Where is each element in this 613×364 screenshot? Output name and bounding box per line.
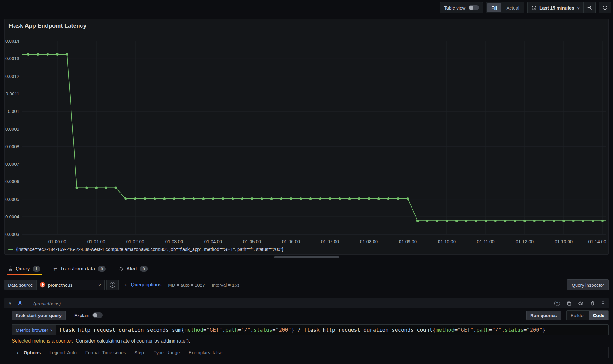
svg-text:01:01:00: 01:01:00 [87,239,105,244]
time-range-picker[interactable]: Last 15 minutes ∨ [527,2,584,13]
tab-transform-badge: 0 [98,266,106,272]
legend-series-label: {instance="ec2-184-169-216-224.us-west-1… [16,247,284,252]
grafana-panel-editor: { "toolbar": { "table_view_label": "Tabl… [0,0,613,364]
datasource-help-button[interactable]: ? [106,280,119,290]
time-range-label: Last 15 minutes [539,5,574,10]
table-view-label: Table view [444,5,465,10]
collapse-chevron-icon[interactable]: ∨ [9,301,12,305]
duplicate-query-icon[interactable] [566,301,572,306]
refresh-button[interactable] [599,2,611,13]
explain-toggle[interactable] [92,312,103,318]
query-ref-row: ∨ A (prometheus) ? [4,298,609,308]
query-options-link[interactable]: Query options [131,282,162,288]
builder-code-segmented: Builder Code [566,310,609,320]
svg-text:01:08:00: 01:08:00 [360,239,378,244]
bell-icon [119,266,124,271]
svg-text:01:06:00: 01:06:00 [282,239,300,244]
chevron-right-icon: › [17,350,19,355]
code-button[interactable]: Code [589,311,609,320]
fill-button[interactable]: Fill [487,3,501,12]
options-summary-items: Legend: AutoFormat: Time seriesStep:Type… [49,350,222,355]
query-code-row: Metrics browser › flask_http_request_dur… [12,324,609,335]
options-label: Options [24,350,41,355]
add-rate-link[interactable]: Consider calculating rate of counter by … [76,338,190,344]
tab-alert-label: Alert [126,266,137,272]
svg-text:01:12:00: 01:12:00 [516,239,534,244]
actual-button[interactable]: Actual [502,3,523,12]
zoom-out-icon [587,5,592,10]
query-ref-id[interactable]: A [18,301,22,306]
chart-panel: Flask App Endpoint Latency 0.00140.00130… [4,19,609,255]
tab-query-label: Query [16,266,30,272]
svg-text:01:05:00: 01:05:00 [243,239,261,244]
datasource-value: prometheus [48,282,72,288]
svg-text:0.0014: 0.0014 [5,38,19,44]
chevron-right-icon: › [50,327,52,333]
svg-text:01:10:00: 01:10:00 [438,239,456,244]
refresh-icon [602,5,607,10]
panel-toolbar: Table view Fill Actual Last 15 minutes ∨ [440,2,611,13]
tab-query[interactable]: Query 1 [7,262,42,275]
fill-actual-segmented: Fill Actual [486,2,524,13]
svg-text:0.0006: 0.0006 [5,179,19,184]
chevron-down-icon: ∨ [577,6,580,10]
table-view-control: Table view [440,2,483,13]
option-summary-item: Step: [134,350,145,355]
prometheus-icon [40,282,45,288]
chart-legend[interactable]: {instance="ec2-184-169-216-224.us-west-1… [8,247,284,252]
query-datasource-hint: (prometheus) [33,301,61,306]
svg-text:01:00:00: 01:00:00 [48,239,66,244]
editor-resize-handle[interactable] [274,256,339,258]
builder-button[interactable]: Builder [567,311,589,320]
chevron-down-icon: ∨ [98,283,101,287]
explain-label: Explain [74,313,89,318]
query-expression[interactable]: flask_http_request_duration_seconds_sum{… [56,325,608,335]
option-summary-item: Type: Range [154,350,180,355]
datasource-label: Data source [4,280,36,290]
tab-query-badge: 1 [33,266,40,272]
svg-text:0.0008: 0.0008 [5,144,19,149]
svg-text:0.0004: 0.0004 [5,214,19,219]
transform-icon: ⇄ [53,266,57,272]
timeseries-chart[interactable]: 0.00140.00130.00120.00110.0010.00090.000… [5,31,609,249]
editor-tabs: Query 1 ⇄ Transform data 0 Alert 0 [4,262,609,275]
svg-text:01:04:00: 01:04:00 [204,239,222,244]
svg-text:01:03:00: 01:03:00 [165,239,183,244]
svg-text:01:09:00: 01:09:00 [399,239,417,244]
toggle-visibility-icon[interactable] [578,301,584,306]
tab-transform-data[interactable]: ⇄ Transform data 0 [52,262,107,275]
metrics-browser-button[interactable]: Metrics browser › [12,325,56,335]
svg-text:0.0011: 0.0011 [6,91,19,96]
query-inspector-button[interactable]: Query inspector [567,279,609,290]
query-help-icon[interactable]: ? [554,301,560,306]
svg-text:01:13:00: 01:13:00 [555,239,573,244]
drag-handle-icon[interactable] [602,301,604,305]
chevron-right-icon: › [125,282,127,288]
counter-warning-row: Selected metric is a counter. Consider c… [12,337,190,345]
svg-text:0.001: 0.001 [8,109,19,114]
table-view-toggle[interactable] [469,5,479,10]
help-circle-icon: ? [110,282,115,288]
datasource-row: Data source prometheus ∨ ? › Query optio… [4,278,609,291]
query-options-row[interactable]: › Options Legend: AutoFormat: Time serie… [12,347,609,358]
query-row-actions: ? [554,301,604,306]
interval-text: Interval = 15s [212,282,239,288]
svg-text:01:02:00: 01:02:00 [126,239,144,244]
delete-query-icon[interactable] [590,301,595,306]
svg-text:0.0003: 0.0003 [5,232,19,237]
max-data-points-text: MD = auto = 1827 [168,282,205,288]
option-summary-item: Legend: Auto [49,350,76,355]
metrics-browser-label: Metrics browser [16,328,48,333]
zoom-out-button[interactable] [583,2,596,13]
tab-alert-badge: 0 [140,266,148,272]
option-summary-item: Format: Time series [85,350,126,355]
legend-series-swatch [8,249,13,250]
svg-text:01:11:00: 01:11:00 [477,239,494,244]
clock-icon [531,5,537,10]
run-queries-button[interactable]: Run queries [526,311,561,320]
svg-text:0.0009: 0.0009 [5,126,19,132]
tab-alert[interactable]: Alert 0 [117,262,149,275]
kick-start-query-button[interactable]: Kick start your query [12,311,66,320]
datasource-select[interactable]: prometheus ∨ [36,280,105,290]
svg-text:0.0007: 0.0007 [5,161,19,167]
